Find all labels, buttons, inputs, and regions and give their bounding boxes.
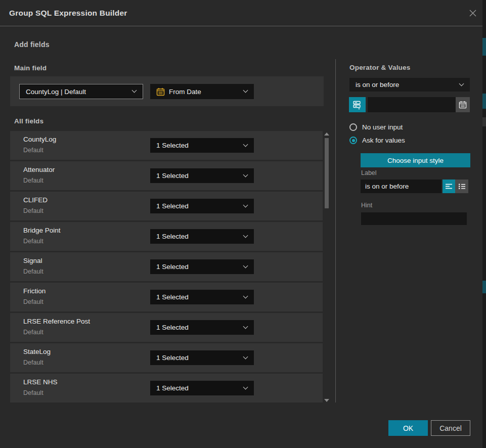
operator-select[interactable]: is on or before	[349, 78, 470, 92]
field-name: Signal	[23, 257, 42, 264]
field-row-signal: Signal Default 1 Selected	[10, 252, 323, 281]
field-row-bridge-point: Bridge Point Default 1 Selected	[10, 222, 323, 251]
field-values-select[interactable]: 1 Selected	[150, 290, 254, 304]
field-values-select-value: 1 Selected	[156, 354, 189, 362]
radio-unselected-icon	[349, 123, 357, 131]
chevron-down-icon	[243, 172, 248, 177]
field-row-clifed: CLIFED Default 1 Selected	[10, 192, 323, 220]
field-values-select-value: 1 Selected	[156, 202, 189, 210]
chevron-down-icon	[459, 81, 464, 86]
radio-selected-icon	[349, 137, 357, 144]
field-row-friction: Friction Default 1 Selected	[10, 283, 323, 311]
field-values-select-value: 1 Selected	[156, 142, 189, 149]
operator-values-heading: Operator & Values	[349, 64, 410, 71]
chevron-down-icon	[132, 88, 137, 93]
add-fields-heading: Add fields	[14, 40, 50, 49]
field-values-select[interactable]: 1 Selected	[150, 168, 254, 183]
field-values-select[interactable]: 1 Selected	[150, 320, 254, 335]
field-values-select-value: 1 Selected	[156, 293, 189, 301]
chevron-down-icon	[243, 202, 248, 207]
layer-select[interactable]: CountyLog | Default	[19, 84, 143, 99]
choose-input-style-button[interactable]: Choose input style	[361, 153, 470, 167]
screen: Group SQL Expression Builder Add fields …	[0, 0, 486, 448]
background-app-edge-segment	[482, 281, 486, 293]
scrollbar-thumb[interactable]	[325, 138, 329, 208]
field-values-select[interactable]: 1 Selected	[150, 259, 254, 274]
field-name: Bridge Point	[23, 227, 61, 234]
main-field-heading: Main field	[14, 64, 47, 72]
background-app-edge	[482, 0, 486, 448]
align-left-icon	[445, 183, 453, 190]
field-subtitle: Default	[23, 359, 43, 366]
hint-field-label: Hint	[361, 202, 372, 209]
background-app-edge-segment	[482, 94, 486, 109]
chevron-down-icon	[243, 324, 248, 329]
field-values-select[interactable]: 1 Selected	[150, 138, 254, 153]
field-values-select[interactable]: 1 Selected	[150, 350, 254, 365]
single-line-input-button[interactable]	[443, 180, 455, 193]
input-type-button[interactable]	[349, 97, 366, 112]
field-values-select[interactable]: 1 Selected	[150, 381, 254, 395]
field-name: Friction	[23, 287, 46, 295]
list-input-button[interactable]	[455, 180, 468, 193]
field-row-statelog: StateLog Default 1 Selected	[10, 343, 323, 372]
field-values-select-value: 1 Selected	[156, 233, 189, 240]
field-name: CountyLog	[23, 136, 56, 143]
field-values-select[interactable]: 1 Selected	[150, 199, 254, 213]
calendar-icon	[459, 101, 467, 109]
value-input[interactable]	[368, 97, 456, 112]
chevron-down-icon	[243, 263, 248, 268]
field-subtitle: Default	[23, 177, 43, 184]
dialog-title: Group SQL Expression Builder	[9, 0, 127, 26]
field-subtitle: Default	[23, 147, 43, 154]
scrollbar-down-arrow[interactable]	[324, 399, 329, 402]
main-field-select-value: From Date	[169, 88, 201, 96]
radio-no-user-input[interactable]: No user input	[349, 123, 403, 131]
field-subtitle: Default	[23, 238, 43, 245]
unique-values-icon	[352, 100, 362, 110]
dialog-titlebar: Group SQL Expression Builder	[0, 0, 482, 26]
chevron-down-icon	[243, 293, 248, 298]
field-subtitle: Default	[23, 329, 43, 336]
field-values-select-value: 1 Selected	[156, 324, 189, 331]
field-name: LRSE Reference Post	[23, 318, 90, 325]
field-values-select[interactable]: 1 Selected	[150, 229, 254, 244]
main-field-select[interactable]: From Date	[150, 84, 254, 99]
field-values-select-value: 1 Selected	[156, 263, 189, 271]
cancel-button[interactable]: Cancel	[431, 420, 470, 436]
background-app-edge-segment	[482, 38, 486, 56]
field-values-select-value: 1 Selected	[156, 172, 189, 180]
all-fields-heading: All fields	[14, 117, 43, 125]
field-name: LRSE NHS	[23, 378, 58, 386]
radio-no-user-input-label: No user input	[362, 123, 403, 131]
scrollbar-up-arrow[interactable]	[324, 132, 329, 136]
field-row-countylog: CountyLog Default 1 Selected	[10, 131, 323, 160]
radio-ask-for-values[interactable]: Ask for values	[349, 137, 405, 144]
radio-ask-for-values-label: Ask for values	[362, 137, 405, 144]
background-app-edge-segment	[482, 117, 486, 126]
label-input[interactable]	[361, 180, 441, 193]
bulleted-list-icon	[458, 183, 466, 190]
close-icon[interactable]	[467, 8, 478, 19]
field-values-select-value: 1 Selected	[156, 384, 189, 392]
field-row-lrse-reference-post: LRSE Reference Post Default 1 Selected	[10, 313, 323, 342]
field-subtitle: Default	[23, 389, 43, 396]
calendar-icon	[156, 87, 165, 96]
field-name: Attenuator	[23, 166, 55, 173]
field-subtitle: Default	[23, 268, 43, 275]
chevron-down-icon	[243, 384, 248, 389]
field-name: StateLog	[23, 348, 51, 355]
ok-button[interactable]: OK	[388, 420, 428, 436]
field-subtitle: Default	[23, 207, 43, 214]
chevron-down-icon	[243, 88, 248, 93]
panel-divider	[335, 59, 336, 402]
operator-select-value: is on or before	[356, 81, 399, 88]
chevron-down-icon	[243, 142, 248, 147]
layer-select-value: CountyLog | Default	[26, 88, 86, 96]
field-name: CLIFED	[23, 196, 48, 204]
chevron-down-icon	[243, 233, 248, 238]
chevron-down-icon	[243, 354, 248, 359]
hint-input[interactable]	[361, 212, 467, 225]
date-picker-button[interactable]	[456, 97, 470, 112]
field-row-attenuator: Attenuator Default 1 Selected	[10, 161, 323, 190]
